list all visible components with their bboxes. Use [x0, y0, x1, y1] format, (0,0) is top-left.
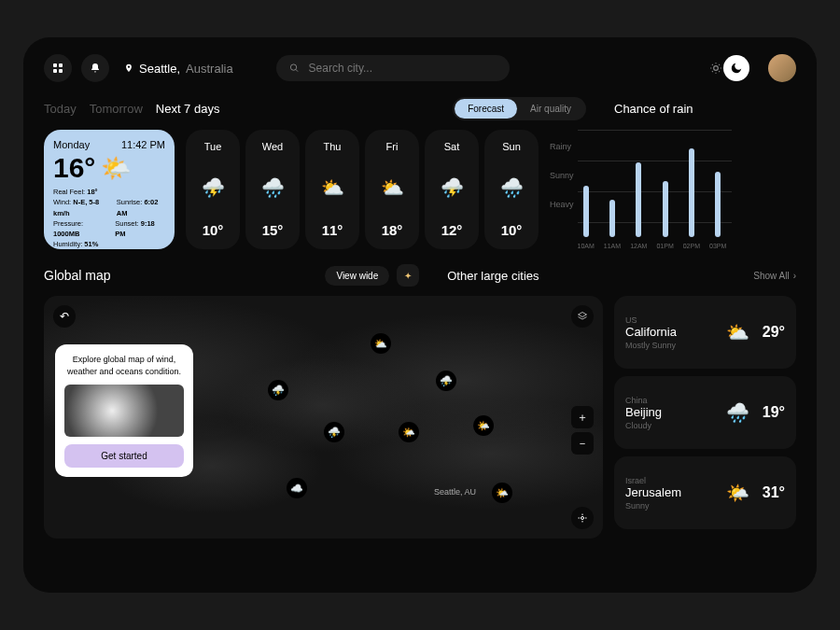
chart-bar	[583, 186, 589, 237]
promo-card: Explore global map of wind, weather and …	[55, 344, 193, 477]
day-label: Tue	[204, 141, 222, 152]
weather-icon: ⛅	[321, 176, 344, 199]
cities-title: Other large cities	[447, 269, 539, 283]
day-card[interactable]: Sun 🌧️ 10°	[484, 130, 539, 249]
weather-icon: ⛅	[381, 176, 404, 199]
location-country: Australia	[186, 62, 233, 76]
user-avatar[interactable]	[768, 54, 796, 82]
city-condition: Sunny	[625, 501, 719, 511]
chart-bar	[609, 200, 615, 237]
svg-point-4	[290, 64, 296, 70]
view-wide-button[interactable]: View wide	[325, 266, 389, 286]
undo-icon: ↶	[60, 310, 69, 323]
chart-bar	[689, 148, 694, 237]
day-card[interactable]: Thu ⛅ 11°	[305, 130, 359, 249]
global-map[interactable]: ↶ ＋ － ⛈️ ⛅ ⛈️ ⛈️ 🌤️ ☁️ 🌤️ 🌤️ Seattle, AU…	[44, 296, 603, 539]
city-card[interactable]: Israel Jerusalem Sunny 🌤️ 31°	[614, 456, 796, 529]
apps-button[interactable]	[44, 54, 72, 82]
layers-icon	[577, 311, 588, 322]
rain-chart-title: Chance of rain	[614, 102, 796, 116]
pill-airquality[interactable]: Air quality	[517, 99, 584, 119]
map-zoom-in[interactable]: ＋	[571, 406, 594, 428]
day-card[interactable]: Fri ⛅ 18°	[365, 130, 419, 249]
chevron-right-icon: ›	[793, 271, 796, 281]
app-window: Seattle, Australia Today Tomorrow Next 7…	[23, 37, 817, 593]
day-label: Fri	[386, 141, 399, 152]
svg-rect-1	[59, 63, 63, 67]
today-card[interactable]: Monday 11:42 PM 16° 🌤️ Real Feel: 18° Wi…	[44, 130, 175, 249]
svg-rect-0	[53, 63, 57, 67]
promo-image	[64, 385, 184, 437]
pill-forecast[interactable]: Forecast	[455, 99, 517, 119]
map-pin[interactable]: ⛈️	[324, 422, 344, 442]
weather-icon: 🌧️	[726, 401, 749, 424]
map-locate-button[interactable]	[571, 507, 594, 529]
sun-icon	[709, 62, 722, 75]
weather-icon: 🌤️	[726, 482, 749, 504]
grid-icon	[52, 63, 63, 74]
weather-icon: 🌧️	[261, 176, 285, 199]
weather-icon: ⛈️	[441, 176, 464, 199]
today-time: 11:42 PM	[121, 139, 165, 150]
moon-icon	[730, 62, 743, 75]
map-pin[interactable]: ⛅	[371, 333, 391, 354]
range-tabs: Today Tomorrow Next 7 days	[44, 102, 219, 116]
map-pin[interactable]: ⛈️	[268, 380, 288, 400]
day-temp: 12°	[441, 222, 463, 238]
tabs-row: Today Tomorrow Next 7 days Forecast Air …	[44, 97, 796, 120]
chart-x-label: 12AM	[630, 243, 647, 249]
search-input[interactable]	[309, 62, 497, 75]
theme-toggle[interactable]	[703, 55, 749, 81]
day-temp: 11°	[322, 222, 343, 238]
city-name: Jerusalem	[625, 485, 719, 499]
svg-rect-3	[59, 69, 63, 73]
chart-bar	[715, 172, 721, 237]
city-condition: Mostly Sunny	[625, 341, 719, 350]
svg-line-5	[295, 69, 297, 71]
chart-y-label: Rainy	[550, 142, 574, 151]
day-card[interactable]: Tue ⛈️ 10°	[186, 130, 240, 249]
location-display[interactable]: Seattle, Australia	[124, 62, 233, 76]
map-pin[interactable]: 🌤️	[492, 483, 512, 503]
map-pin[interactable]: ☁️	[287, 478, 307, 498]
notifications-button[interactable]	[81, 54, 109, 82]
show-all-button[interactable]: Show All ›	[753, 271, 796, 281]
day-label: Thu	[324, 141, 342, 152]
sparkle-button[interactable]: ✦	[397, 264, 419, 287]
city-card[interactable]: China Beijing Cloudy 🌧️ 19°	[614, 376, 796, 449]
day-temp: 10°	[203, 222, 224, 238]
city-temp: 29°	[763, 324, 785, 341]
header: Seattle, Australia	[44, 54, 796, 82]
weather-icon: ⛅	[726, 321, 749, 343]
chart-x-label: 01PM	[656, 243, 673, 249]
weather-icon: 🌧️	[500, 176, 524, 199]
map-layers-button[interactable]	[571, 305, 594, 328]
theme-dark[interactable]	[723, 55, 749, 81]
map-pin[interactable]: 🌤️	[399, 422, 419, 442]
day-temp: 10°	[501, 222, 523, 238]
bottom-row: ↶ ＋ － ⛈️ ⛅ ⛈️ ⛈️ 🌤️ ☁️ 🌤️ 🌤️ Seattle, AU…	[44, 296, 796, 539]
city-country: US	[625, 315, 719, 325]
map-pin[interactable]: 🌤️	[473, 415, 494, 436]
tab-today[interactable]: Today	[44, 102, 77, 116]
search-bar[interactable]	[276, 55, 510, 81]
forecast-days: Tue ⛈️ 10° Wed 🌧️ 15° Thu ⛅ 11° Fri ⛅ 18…	[186, 130, 539, 249]
map-zoom-out[interactable]: －	[571, 432, 594, 455]
day-card[interactable]: Wed 🌧️ 15°	[245, 130, 300, 249]
tab-tomorrow[interactable]: Tomorrow	[90, 102, 143, 116]
day-temp: 15°	[262, 222, 284, 238]
forecast-row: Monday 11:42 PM 16° 🌤️ Real Feel: 18° Wi…	[44, 130, 796, 249]
tab-next7[interactable]: Next 7 days	[156, 102, 220, 116]
day-card[interactable]: Sat ⛈️ 12°	[425, 130, 479, 249]
city-condition: Cloudy	[625, 421, 719, 430]
today-details: Real Feel: 18° Wind: N-E, 5-8 km/h Sunri…	[53, 187, 165, 250]
city-card[interactable]: US California Mostly Sunny ⛅ 29°	[614, 296, 796, 369]
map-pin[interactable]: ⛈️	[436, 371, 456, 391]
map-back-button[interactable]: ↶	[53, 305, 76, 328]
map-pin-label: Seattle, AU	[434, 487, 476, 497]
get-started-button[interactable]: Get started	[64, 444, 184, 468]
chart-x-label: 03PM	[709, 243, 726, 249]
city-name: Beijing	[625, 405, 719, 419]
city-temp: 31°	[763, 484, 785, 501]
sun-cloud-icon: 🌤️	[101, 154, 131, 183]
